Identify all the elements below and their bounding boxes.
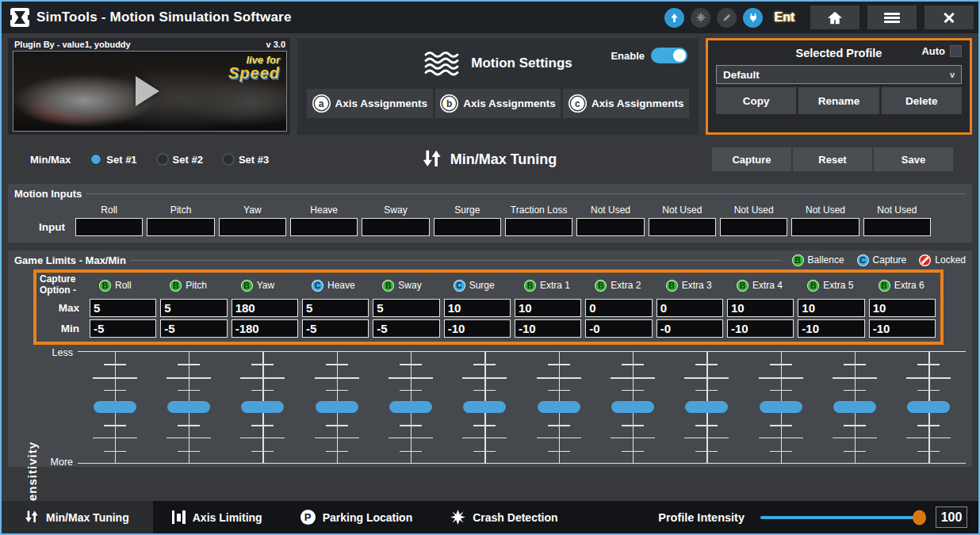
max-value-field[interactable]: 10 bbox=[444, 299, 511, 317]
axis-assignments-a-button[interactable]: a Axis Assignments bbox=[307, 89, 433, 118]
auto-checkbox[interactable] bbox=[950, 45, 962, 57]
max-value-field[interactable]: 5 bbox=[302, 299, 369, 317]
axis-assignments-c-button[interactable]: c Axis Assignments bbox=[563, 89, 689, 118]
tab-crash-detection[interactable]: Crash Detection bbox=[431, 501, 576, 533]
motion-input-field[interactable] bbox=[649, 218, 716, 236]
min-value-field[interactable]: -5 bbox=[373, 319, 439, 338]
tab-parking-location[interactable]: P Parking Location bbox=[281, 501, 432, 533]
slider-handle[interactable] bbox=[463, 401, 506, 413]
max-value-field[interactable]: 5 bbox=[160, 299, 227, 317]
motion-input-field[interactable] bbox=[576, 218, 644, 236]
motion-input-field[interactable] bbox=[434, 218, 501, 236]
home-button[interactable] bbox=[810, 6, 859, 29]
max-value-field[interactable]: 10 bbox=[798, 299, 864, 317]
motion-input-field[interactable] bbox=[791, 218, 859, 236]
sensitivity-slider[interactable] bbox=[892, 352, 966, 463]
tab-axis-limiting[interactable]: Axis Limiting bbox=[153, 501, 281, 533]
limit-column-name: Extra 2 bbox=[611, 280, 641, 291]
save-button[interactable]: Save bbox=[874, 147, 953, 171]
min-value-field[interactable]: -10 bbox=[798, 319, 864, 338]
set2-radio[interactable]: Set #2 bbox=[156, 153, 203, 166]
reset-button[interactable]: Reset bbox=[793, 147, 872, 171]
axis-assignments-b-button[interactable]: b Axis Assignments bbox=[435, 89, 561, 118]
enable-toggle[interactable] bbox=[651, 48, 687, 63]
slider-handle[interactable] bbox=[167, 401, 210, 413]
edit-pencil-icon[interactable] bbox=[717, 8, 737, 28]
sensitivity-slider[interactable] bbox=[522, 352, 595, 463]
limit-column-header: BSway bbox=[373, 274, 439, 296]
sensitivity-slider[interactable] bbox=[151, 352, 225, 463]
motion-input-field[interactable] bbox=[147, 218, 214, 236]
plugin-power-icon[interactable] bbox=[743, 8, 763, 28]
divider bbox=[86, 193, 966, 194]
menu-button[interactable] bbox=[867, 6, 917, 29]
sensitivity-slider[interactable] bbox=[78, 352, 151, 463]
max-value-field[interactable]: 0 bbox=[585, 299, 652, 317]
set3-radio[interactable]: Set #3 bbox=[222, 153, 269, 166]
sensitivity-axis-label: Sensitivity bbox=[25, 441, 39, 510]
slider-tick bbox=[251, 390, 274, 392]
max-value-field[interactable]: 0 bbox=[657, 299, 723, 317]
starburst-icon[interactable] bbox=[691, 8, 710, 28]
close-button[interactable] bbox=[924, 6, 974, 29]
slider-handle[interactable] bbox=[538, 401, 580, 413]
slider-handle[interactable] bbox=[611, 401, 654, 413]
motion-input-field[interactable] bbox=[75, 218, 143, 236]
motion-input-field[interactable] bbox=[863, 218, 931, 236]
profile-dropdown[interactable]: Default v bbox=[716, 65, 962, 84]
play-button[interactable] bbox=[136, 76, 159, 106]
rename-button[interactable]: Rename bbox=[798, 87, 879, 114]
sensitivity-slider[interactable] bbox=[373, 352, 447, 463]
ballence-badge-icon: B bbox=[241, 280, 253, 292]
sensitivity-slider[interactable] bbox=[226, 352, 300, 463]
update-icon[interactable] bbox=[664, 8, 684, 28]
min-value-field[interactable]: -180 bbox=[232, 319, 298, 338]
max-value-field[interactable]: 10 bbox=[727, 299, 794, 317]
sensitivity-slider[interactable] bbox=[448, 352, 522, 463]
profile-intensity-slider[interactable] bbox=[760, 516, 923, 519]
slider-handle[interactable] bbox=[685, 401, 728, 413]
min-value-field[interactable]: -10 bbox=[869, 319, 936, 338]
sensitivity-slider[interactable] bbox=[595, 352, 669, 463]
slider-handle[interactable] bbox=[316, 401, 358, 413]
input-column-label: Roll bbox=[75, 204, 143, 216]
profile-dropdown-value: Default bbox=[723, 69, 760, 81]
sensitivity-slider[interactable] bbox=[670, 352, 744, 463]
max-value-field[interactable]: 5 bbox=[373, 299, 439, 317]
set1-radio[interactable]: Set #1 bbox=[90, 153, 136, 166]
slider-handle[interactable] bbox=[94, 401, 136, 413]
slider-handle[interactable] bbox=[833, 401, 876, 413]
sensitivity-slider[interactable] bbox=[817, 352, 891, 463]
max-value-field[interactable]: 10 bbox=[869, 299, 936, 317]
slider-handle[interactable] bbox=[907, 401, 950, 413]
capture-button[interactable]: Capture bbox=[712, 147, 791, 171]
sensitivity-slider[interactable] bbox=[300, 352, 373, 463]
max-value-field[interactable]: 10 bbox=[515, 299, 581, 317]
profile-intensity-handle[interactable] bbox=[913, 510, 926, 525]
slider-handle[interactable] bbox=[760, 401, 802, 413]
max-value-field[interactable]: 5 bbox=[90, 299, 156, 317]
min-value-field[interactable]: -10 bbox=[515, 319, 581, 338]
min-value-field[interactable]: -10 bbox=[444, 319, 511, 338]
motion-input-field[interactable] bbox=[290, 218, 358, 236]
min-value-field[interactable]: -5 bbox=[160, 319, 227, 338]
min-value-field[interactable]: -5 bbox=[90, 319, 156, 338]
motion-input-field[interactable] bbox=[720, 218, 787, 236]
slider-handle[interactable] bbox=[241, 401, 284, 413]
motion-input-field[interactable] bbox=[505, 218, 572, 236]
min-value-field[interactable]: -10 bbox=[727, 319, 794, 338]
delete-button[interactable]: Delete bbox=[882, 87, 962, 114]
sensitivity-slider[interactable] bbox=[744, 352, 817, 463]
slider-tick bbox=[844, 390, 866, 392]
copy-button[interactable]: Copy bbox=[716, 87, 796, 114]
capture-badge-icon: C bbox=[312, 280, 323, 292]
max-value-field[interactable]: 180 bbox=[232, 299, 298, 317]
game-limits-title: Game Limits - Max/Min bbox=[14, 254, 126, 266]
motion-input-field[interactable] bbox=[362, 218, 429, 236]
min-value-field[interactable]: -0 bbox=[585, 319, 652, 338]
motion-input-field[interactable] bbox=[219, 218, 286, 236]
min-value-field[interactable]: -0 bbox=[657, 319, 723, 338]
slider-handle[interactable] bbox=[389, 401, 432, 413]
min-value-field[interactable]: -5 bbox=[302, 319, 369, 338]
tab-minmax-tuning[interactable]: Min/Max Tuning bbox=[2, 501, 153, 533]
